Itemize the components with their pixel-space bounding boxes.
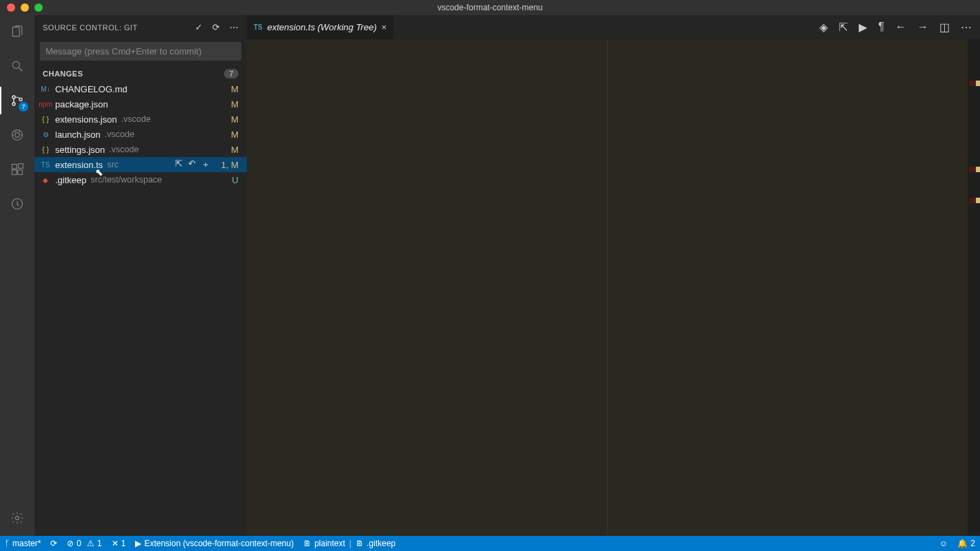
file-name: extensions.json <box>55 114 117 125</box>
open-file-icon[interactable]: ⇱ <box>839 21 848 34</box>
changes-list: M↓ CHANGELOG.mdMnpm package.jsonM{ } ext… <box>34 81 247 536</box>
diff-original <box>247 39 607 536</box>
file-path: src <box>107 160 119 169</box>
file-row[interactable]: ⚙ launch.json.vscodeM <box>34 127 247 142</box>
svg-rect-6 <box>12 165 17 169</box>
file-name: .gitkeep <box>55 175 87 185</box>
sidebar-title: Source Control: Git <box>43 23 138 32</box>
file-type-icon: TS <box>39 161 52 169</box>
status-action[interactable]: ✕1 <box>107 539 131 548</box>
svg-point-0 <box>12 61 19 68</box>
changes-section-label[interactable]: CHANGES <box>43 70 83 78</box>
run-icon[interactable]: ▶ <box>859 21 867 34</box>
svg-point-3 <box>19 98 22 101</box>
window-title: vscode-format-context-menu <box>438 3 543 12</box>
discard-icon[interactable]: ↶ <box>188 158 196 171</box>
commit-message-input[interactable] <box>40 42 241 61</box>
svg-point-2 <box>12 103 15 105</box>
minimize-window[interactable] <box>21 3 29 12</box>
svg-point-11 <box>16 517 19 520</box>
tab-close-icon[interactable]: × <box>381 22 387 32</box>
file-type-icon: ⚙ <box>39 131 52 138</box>
file-row[interactable]: npm package.jsonM <box>34 96 247 112</box>
sidebar-extra-icon[interactable] <box>8 194 27 214</box>
file-path: .vscode <box>109 145 139 154</box>
stage-icon[interactable]: ＋ <box>201 158 210 171</box>
branch-icon: ᚶ <box>5 539 10 548</box>
file-row[interactable]: { } settings.json.vscodeM <box>34 142 247 157</box>
editor-more-icon[interactable]: ⋯ <box>961 21 972 34</box>
status-branch[interactable]: ᚶmaster* <box>0 539 45 548</box>
diff-modified <box>607 39 968 536</box>
refresh-icon[interactable]: ⟳ <box>212 22 220 32</box>
file-icon: 🗎 <box>303 539 312 548</box>
open-file-icon[interactable]: ⇱ <box>175 158 183 171</box>
file-path: .vscode <box>121 114 151 124</box>
tools-icon: ✕ <box>112 539 119 548</box>
file-row[interactable]: M↓ CHANGELOG.mdM <box>34 81 247 96</box>
file-row[interactable]: TS extension.tssrc ⇱ ↶ ＋ 1, M⬉ <box>34 157 247 172</box>
commit-icon[interactable]: ✓ <box>195 22 203 32</box>
svg-point-5 <box>15 133 20 138</box>
settings-gear-icon[interactable] <box>8 508 27 528</box>
warning-icon: ⚠ <box>87 539 94 548</box>
file-name: settings.json <box>55 145 105 155</box>
file-type-icon: { } <box>39 116 52 123</box>
status-launch[interactable]: ▶Extension (vscode-format-context-menu) <box>130 539 298 548</box>
diff-swap-icon[interactable]: ◈ <box>819 21 828 34</box>
svg-rect-7 <box>12 170 17 175</box>
split-editor-icon[interactable]: ◫ <box>939 21 950 34</box>
file-status: U <box>232 175 238 185</box>
file-type-icon: M↓ <box>39 85 52 93</box>
status-problems[interactable]: ⊘0⚠1 <box>62 539 106 548</box>
file-name: CHANGELOG.md <box>55 84 127 94</box>
status-language[interactable]: 🗎plaintext|🗎.gitkeep <box>298 539 400 548</box>
source-control-icon[interactable]: 7 <box>8 91 27 110</box>
next-change-icon[interactable]: → <box>917 21 928 34</box>
more-actions-icon[interactable]: ⋯ <box>229 22 238 32</box>
search-icon[interactable] <box>8 56 27 76</box>
file-type-icon: ◆ <box>39 176 52 184</box>
svg-point-1 <box>12 96 15 98</box>
file-name: launch.json <box>55 129 101 140</box>
status-notifications[interactable]: 🔔2 <box>952 539 980 548</box>
file-path: src/test/workspace <box>91 175 163 185</box>
changes-count: 7 <box>224 69 238 79</box>
overview-ruler[interactable] <box>968 39 980 536</box>
whitespace-icon[interactable]: ¶ <box>878 21 884 34</box>
extensions-icon[interactable] <box>8 160 27 179</box>
sync-icon: ⟳ <box>50 539 57 548</box>
status-feedback[interactable]: ☺ <box>935 539 952 548</box>
file-status: M <box>231 145 238 155</box>
status-bar: ᚶmaster* ⟳ ⊘0⚠1 ✕1 ▶Extension (vscode-fo… <box>0 536 980 551</box>
svg-rect-9 <box>19 164 23 169</box>
error-icon: ⊘ <box>67 539 74 548</box>
maximize-window[interactable] <box>34 3 43 12</box>
tab-extension-ts[interactable]: TS extension.ts (Working Tree) × <box>247 15 394 39</box>
svg-rect-8 <box>18 170 23 175</box>
titlebar: vscode-format-context-menu <box>0 0 980 15</box>
file-row[interactable]: ◆ .gitkeepsrc/test/workspaceU <box>34 172 247 187</box>
file-type-icon: npm <box>39 101 52 108</box>
debug-icon[interactable] <box>8 125 27 145</box>
file-status: M <box>231 99 238 110</box>
diff-editor[interactable] <box>247 39 980 536</box>
file-status: M <box>231 114 238 125</box>
status-sync[interactable]: ⟳ <box>45 539 62 548</box>
file-status: 1, M <box>221 160 238 170</box>
play-icon: ▶ <box>135 539 141 548</box>
file-status: M <box>231 84 238 94</box>
source-control-sidebar: Source Control: Git ✓ ⟳ ⋯ CHANGES 7 M↓ C… <box>34 15 247 536</box>
smiley-icon: ☺ <box>939 539 948 548</box>
window-controls <box>0 3 43 12</box>
typescript-icon: TS <box>254 23 263 31</box>
prev-change-icon[interactable]: ← <box>895 21 906 34</box>
tab-label: extension.ts (Working Tree) <box>267 22 377 32</box>
file-icon: 🗎 <box>356 539 364 548</box>
file-row[interactable]: { } extensions.json.vscodeM <box>34 112 247 127</box>
file-name: extension.ts <box>55 160 103 170</box>
close-window[interactable] <box>7 3 15 12</box>
bell-icon: 🔔 <box>957 539 968 548</box>
activity-bar: 7 <box>0 15 34 536</box>
explorer-icon[interactable] <box>8 22 27 41</box>
